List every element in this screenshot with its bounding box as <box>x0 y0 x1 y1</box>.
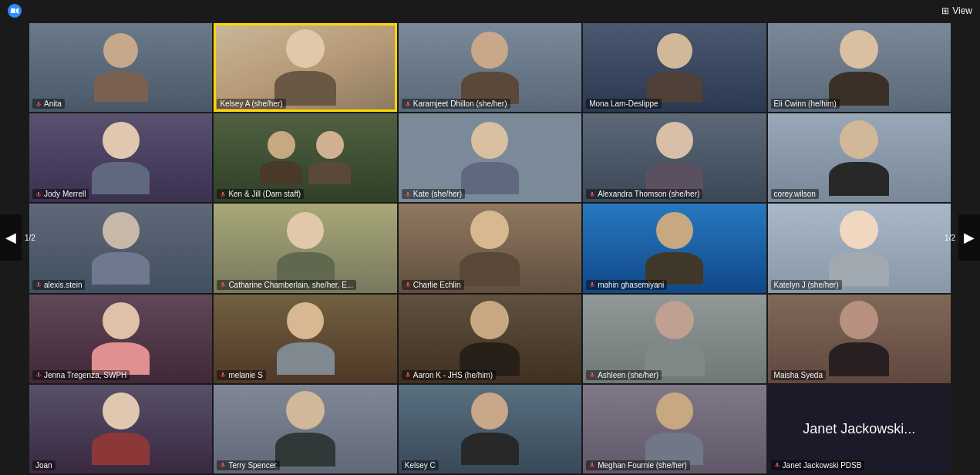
video-cell-joan: Joan <box>29 385 212 473</box>
participant-name-kelsey-c: Kelsey C <box>405 461 436 470</box>
name-label-katelyn: Katelyn J (she/her) <box>771 280 842 290</box>
video-cell-corey: corey.wilson <box>768 113 951 202</box>
grid-icon: ⊞ <box>941 5 949 16</box>
participant-name-catharine: Catharine Chamberlain, she/her, E... <box>228 281 353 289</box>
name-label-melanie: melanie S <box>217 370 265 380</box>
name-label-kelsey-c: Kelsey C <box>402 460 439 470</box>
video-grid: Anita Kelsey A (she/her) Karamjeet Dhill… <box>0 22 980 475</box>
video-cell-kate: Kate (she/her) <box>399 113 581 202</box>
participant-name-aaron: Aaron K - JHS (he/him) <box>413 371 493 379</box>
video-cell-jenna: Jenna Tregenza, SWPH <box>29 295 212 383</box>
name-label-jenna: Jenna Tregenza, SWPH <box>32 370 130 380</box>
video-cell-alexandra: Alexandra Thomson (she/her) <box>583 113 766 202</box>
participant-name-maisha: Maisha Syeda <box>774 371 823 379</box>
video-cell-kelsey-a: Kelsey A (she/her) <box>214 23 396 112</box>
participant-name-kate: Kate (she/her) <box>413 190 462 198</box>
name-label-mahin: mahin ghasemiyani <box>586 280 667 290</box>
name-label-anita: Anita <box>32 99 65 109</box>
video-cell-charlie: Charlie Echlin <box>399 204 581 292</box>
name-label-ken: Ken & Jill (Dam staff) <box>217 189 304 199</box>
name-label-alexis: alexis.stein <box>32 280 85 290</box>
svg-rect-0 <box>11 8 15 13</box>
name-label-eli: Eli Cwinn (he/him) <box>771 99 840 109</box>
participant-name-alexandra: Alexandra Thomson (she/her) <box>598 190 699 198</box>
participant-name-joan: Joan <box>35 461 52 470</box>
name-label-janet: Janet Jackowski PDSB <box>771 460 865 470</box>
video-cell-catharine: Catharine Chamberlain, she/her, E... <box>214 204 396 292</box>
video-cell-eli: Eli Cwinn (he/him) <box>768 23 951 112</box>
video-cell-meghan: Meghan Fournie (she/her) <box>583 385 766 473</box>
page-indicator-right: 1/2 <box>945 234 955 242</box>
video-cell-anita: Anita <box>29 23 212 112</box>
name-label-charlie: Charlie Echlin <box>402 280 464 290</box>
name-label-joan: Joan <box>32 460 56 470</box>
video-cell-jody: Jody Merrell <box>29 113 212 202</box>
participant-name-meghan: Meghan Fournie (she/her) <box>598 461 687 470</box>
name-label-jody: Jody Merrell <box>32 189 89 199</box>
participant-name-jody: Jody Merrell <box>44 190 86 198</box>
name-label-karamjeet: Karamjeet Dhillon (she/her) <box>402 99 510 109</box>
right-arrow-icon: ▶ <box>964 229 975 246</box>
participant-name-alexis: alexis.stein <box>44 281 82 289</box>
video-cell-mahin: mahin ghasemiyani <box>583 204 766 292</box>
next-page-button[interactable]: ▶ <box>958 214 980 261</box>
participant-name-charlie: Charlie Echlin <box>413 281 461 289</box>
name-label-meghan: Meghan Fournie (she/her) <box>586 460 690 470</box>
participant-name-janet: Janet Jackowski PDSB <box>783 461 862 470</box>
video-cell-aaron: Aaron K - JHS (he/him) <box>399 295 581 383</box>
name-label-kelsey-a: Kelsey A (she/her) <box>217 99 285 109</box>
participant-name-mahin: mahin ghasemiyani <box>598 281 664 289</box>
video-cell-mona: Mona Lam-Deslippe <box>583 23 766 112</box>
prev-page-button[interactable]: ◀ <box>0 214 22 261</box>
janet-text-overlay: Janet Jackowski... <box>803 421 915 437</box>
name-label-alexandra: Alexandra Thomson (she/her) <box>586 189 702 199</box>
participant-name-corey: corey.wilson <box>774 190 816 198</box>
video-cell-melanie: melanie S <box>214 295 396 383</box>
participant-name-kelsey-a: Kelsey A (she/her) <box>220 99 282 108</box>
participant-name-karamjeet: Karamjeet Dhillon (she/her) <box>413 99 507 108</box>
left-arrow-icon: ◀ <box>5 229 16 246</box>
view-label: View <box>952 5 972 16</box>
name-label-maisha: Maisha Syeda <box>771 370 826 380</box>
participant-name-ashleen: Ashleen (she/her) <box>598 371 658 379</box>
name-label-mona: Mona Lam-Deslippe <box>586 99 662 109</box>
video-cell-maisha: Maisha Syeda <box>768 295 951 383</box>
name-label-kate: Kate (she/her) <box>402 189 465 199</box>
participant-name-anita: Anita <box>44 99 62 108</box>
view-button[interactable]: ⊞ View <box>941 5 972 16</box>
participant-name-ken: Ken & Jill (Dam staff) <box>228 190 301 198</box>
participant-name-mona: Mona Lam-Deslippe <box>589 99 658 108</box>
video-cell-alexis: alexis.stein <box>29 204 212 292</box>
name-label-catharine: Catharine Chamberlain, she/her, E... <box>217 280 356 290</box>
top-bar: ⊞ View <box>0 0 980 22</box>
name-label-terry: Terry Spencer <box>217 460 279 470</box>
video-cell-terry: Terry Spencer <box>214 385 396 473</box>
video-cell-ashleen: Ashleen (she/her) <box>583 295 766 383</box>
participant-name-eli: Eli Cwinn (he/him) <box>774 99 837 108</box>
name-label-ashleen: Ashleen (she/her) <box>586 370 662 380</box>
video-cell-kelsey-c: Kelsey C <box>399 385 581 473</box>
video-cell-karamjeet: Karamjeet Dhillon (she/her) <box>399 23 581 112</box>
name-label-corey: corey.wilson <box>771 189 819 199</box>
video-cell-janet: Janet Jackowski... Janet Jackowski PDSB <box>768 385 951 473</box>
video-cell-katelyn: Katelyn J (she/her) <box>768 204 951 292</box>
svg-marker-1 <box>16 8 19 14</box>
page-indicator-left: 1/2 <box>25 234 35 242</box>
video-cell-ken: Ken & Jill (Dam staff) <box>214 113 396 202</box>
zoom-logo <box>8 4 22 18</box>
participant-name-katelyn: Katelyn J (she/her) <box>774 281 839 289</box>
participant-name-melanie: melanie S <box>228 371 262 379</box>
participant-name-jenna: Jenna Tregenza, SWPH <box>44 371 126 379</box>
name-label-aaron: Aaron K - JHS (he/him) <box>402 370 496 380</box>
participant-name-terry: Terry Spencer <box>228 461 276 470</box>
